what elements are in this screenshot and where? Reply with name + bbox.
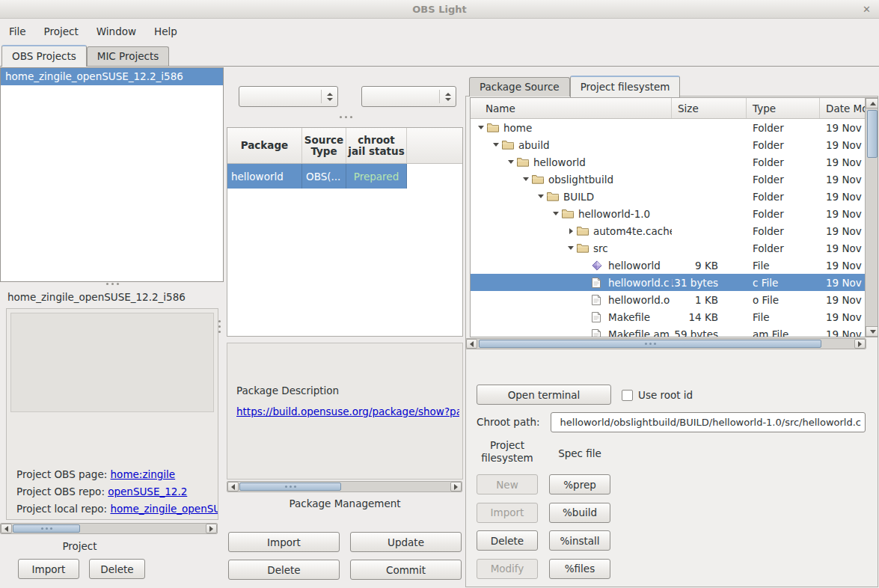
expander-expanded-icon[interactable] <box>565 246 577 250</box>
package-description-link[interactable]: https://build.opensuse.org/package/show?… <box>236 405 459 417</box>
scroll-left-button[interactable] <box>1 524 12 533</box>
info-link[interactable]: home:zingile <box>111 468 176 480</box>
project-list[interactable]: home_zingile_openSUSE_12.2_i586 <box>0 67 224 282</box>
chroot-path-input[interactable]: helloworld/obslightbuild/BUILD/helloworl… <box>551 412 866 432</box>
expander-collapsed-icon[interactable] <box>565 228 577 234</box>
tree-name-cell: helloworld <box>471 153 672 171</box>
vertical-scrollbar[interactable] <box>865 98 878 337</box>
tree-row-abuild[interactable]: abuildFolder19 Nov <box>471 136 865 153</box>
menu-window[interactable]: Window <box>88 22 145 41</box>
tree-row-home[interactable]: homeFolder19 Nov <box>471 119 865 136</box>
tree-row-helloworld[interactable]: helloworld9 KBFile19 Nov <box>471 257 865 274</box>
scroll-left-button[interactable] <box>227 482 239 491</box>
package-source-type: OBS(... <box>302 164 346 189</box>
project-list-item[interactable]: home_zingile_openSUSE_12.2_i586 <box>1 68 223 85</box>
folder-icon <box>487 123 502 132</box>
package-update-button[interactable]: Update <box>350 532 462 552</box>
spec-%prep-button[interactable]: %prep <box>549 474 610 494</box>
scrollbar-thumb[interactable] <box>867 110 878 158</box>
package-delete-button[interactable]: Delete <box>228 560 340 580</box>
scroll-right-button[interactable] <box>450 482 462 491</box>
tree-row-makefile.am[interactable]: Makefile.am59 bytesam File19 Nov <box>471 325 865 337</box>
tab-project-filesystem[interactable]: Project filesystem <box>570 76 681 97</box>
pane-resize-handle[interactable] <box>334 113 358 120</box>
scroll-down-button[interactable] <box>866 326 878 337</box>
package-commit-button[interactable]: Commit <box>350 560 462 580</box>
pane-resize-handle-vertical[interactable] <box>216 314 222 338</box>
window-title: OBS Light <box>412 4 466 15</box>
tree-row-helloworld.c[interactable]: helloworld.c131 bytesc File19 Nov <box>471 274 865 291</box>
column-header-name[interactable]: Name <box>471 98 672 118</box>
tree-row-makefile[interactable]: Makefile14 KBFile19 Nov <box>471 308 865 325</box>
tree-name-cell: Makefile <box>471 308 672 325</box>
expander-expanded-icon[interactable] <box>520 177 532 181</box>
tree-row-helloworld-1.0[interactable]: helloworld-1.0Folder19 Nov <box>471 205 865 222</box>
horizontal-scrollbar[interactable] <box>465 338 866 349</box>
column-header-date-modified[interactable]: Date Modified <box>820 98 865 118</box>
project-description-area <box>10 313 214 412</box>
filesystem-delete-button[interactable]: Delete <box>477 530 538 551</box>
scroll-right-button[interactable] <box>854 339 866 349</box>
column-header-package[interactable]: Package <box>227 128 302 163</box>
tree-row-obslightbuild[interactable]: obslightbuildFolder19 Nov <box>471 171 865 188</box>
expander-expanded-icon[interactable] <box>490 143 502 147</box>
tree-row-build[interactable]: BUILDFolder19 Nov <box>471 188 865 205</box>
scrollbar-thumb[interactable] <box>13 524 80 533</box>
filesystem-import-button[interactable]: Import <box>477 503 538 523</box>
menu-file[interactable]: File <box>0 22 35 41</box>
column-header-source-type[interactable]: Source Type <box>302 128 346 163</box>
combo-box-left[interactable] <box>239 86 338 107</box>
expander-expanded-icon[interactable] <box>475 126 487 129</box>
tree-name-cell: helloworld.c <box>471 274 672 291</box>
combo-box-right[interactable] <box>361 86 456 107</box>
scroll-left-button[interactable] <box>466 339 477 349</box>
file-date: 19 Nov <box>820 119 865 136</box>
pane-resize-handle[interactable] <box>93 281 132 287</box>
project-import-button[interactable]: Import <box>18 559 79 579</box>
package-description-title: Package Description <box>236 385 339 396</box>
expander-expanded-icon[interactable] <box>505 160 517 164</box>
tree-row-helloworld.o[interactable]: helloworld.o1 KBo File19 Nov <box>471 291 865 308</box>
titlebar[interactable]: OBS Light ✕ <box>0 0 879 19</box>
tab-package-source[interactable]: Package Source <box>469 77 570 97</box>
tab-obs-projects[interactable]: OBS Projects <box>1 45 87 67</box>
use-root-id-label[interactable]: Use root id <box>638 390 693 401</box>
menu-help[interactable]: Help <box>145 22 186 41</box>
folder-icon <box>577 226 592 236</box>
column-header-chroot-status[interactable]: chroot jail status <box>346 128 407 163</box>
open-terminal-button[interactable]: Open terminal <box>477 385 611 405</box>
obs-light-window: OBS Light ✕ FileProjectWindowHelp OBS Pr… <box>0 0 879 588</box>
horizontal-scrollbar[interactable] <box>227 481 462 492</box>
tree-row-src[interactable]: srcFolder19 Nov <box>471 239 865 257</box>
spec-%build-button[interactable]: %build <box>549 503 610 523</box>
package-import-button[interactable]: Import <box>228 532 340 552</box>
expander-triangle <box>478 126 484 129</box>
use-root-id-checkbox[interactable] <box>622 390 633 401</box>
info-link[interactable]: home_zingile_openSUSE_12.2_i586 <box>110 503 218 515</box>
column-header-size[interactable]: Size <box>672 98 747 118</box>
arrow-right-icon <box>454 484 458 490</box>
scrollbar-thumb[interactable] <box>239 483 341 491</box>
package-row[interactable]: helloworldOBS(...Prepared <box>227 164 462 189</box>
tree-name-cell: home <box>471 119 672 136</box>
scroll-right-button[interactable] <box>206 524 217 533</box>
menu-project[interactable]: Project <box>35 22 88 41</box>
tree-row-helloworld[interactable]: helloworldFolder19 Nov <box>471 153 865 171</box>
project-delete-button[interactable]: Delete <box>89 559 145 579</box>
file-size <box>672 171 747 188</box>
spec-%install-button[interactable]: %install <box>549 530 610 551</box>
tree-row-autom4te.cache[interactable]: autom4te.cacheFolder19 Nov <box>471 222 865 239</box>
close-icon[interactable]: ✕ <box>860 2 874 16</box>
project-info-box: Project OBS page: home:zingileProject OB… <box>6 308 218 520</box>
horizontal-scrollbar[interactable] <box>0 523 218 534</box>
info-link[interactable]: openSUSE_12.2 <box>108 486 187 497</box>
scroll-up-button[interactable] <box>866 98 878 108</box>
tab-mic-projects[interactable]: MIC Projects <box>87 46 170 66</box>
expander-expanded-icon[interactable] <box>535 195 547 198</box>
scrollbar-thumb[interactable] <box>479 340 821 348</box>
expander-expanded-icon[interactable] <box>550 212 562 215</box>
filesystem-new-button[interactable]: New <box>477 474 538 494</box>
spec-%files-button[interactable]: %files <box>549 559 610 579</box>
filesystem-modify-button[interactable]: Modify <box>477 559 538 579</box>
column-header-type[interactable]: Type <box>747 98 820 118</box>
